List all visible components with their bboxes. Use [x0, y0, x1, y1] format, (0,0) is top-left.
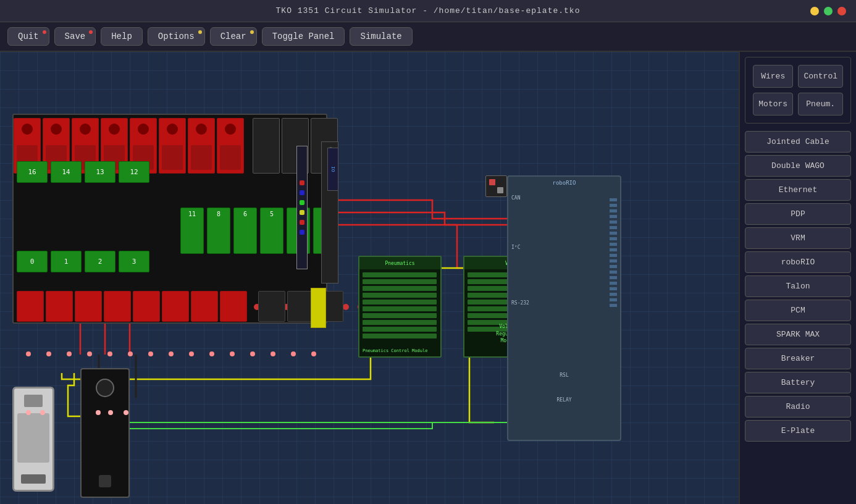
canvas-area[interactable]: 16 14 13 12 0 1 2 3 11 8 6 5	[0, 52, 739, 504]
connector-dot	[46, 351, 51, 356]
control-button[interactable]: Control	[798, 65, 843, 88]
canvas-content: 16 14 13 12 0 1 2 3 11 8 6 5	[0, 52, 739, 504]
controller-strip	[296, 146, 308, 269]
relay-s	[75, 291, 102, 322]
pneum-button[interactable]: Pneum.	[798, 93, 843, 116]
close-button[interactable]	[837, 7, 846, 15]
relay-s	[104, 291, 131, 322]
save-button[interactable]: Save	[54, 27, 96, 46]
main-breaker	[80, 368, 130, 498]
pcm-module: Pneumatics Pneumatics Control Module	[358, 256, 442, 358]
right-panel: Wires Control Motors Pneum. Jointed Cabl…	[739, 52, 856, 504]
connector-dot-2	[124, 410, 128, 415]
middle-ports-row: 11 8 6 5 4 7	[180, 208, 337, 254]
breaker-button[interactable]: Breaker	[745, 348, 851, 369]
roborio-button[interactable]: roboRIO	[745, 251, 851, 273]
connector-dot-2	[40, 410, 45, 415]
relay-s	[17, 291, 44, 322]
quit-button[interactable]: Quit	[7, 27, 49, 46]
relay-s	[133, 291, 160, 322]
top-panel-grid: Wires Control Motors Pneum.	[753, 65, 843, 116]
relay-second-row	[17, 291, 343, 322]
titlebar: TKO 1351 Circuit Simulator - /home/titan…	[0, 0, 856, 22]
wires-button[interactable]: Wires	[753, 65, 793, 88]
relay-module	[217, 118, 244, 174]
encoder-port-3: 3	[119, 251, 149, 272]
window-controls	[810, 7, 846, 15]
simulate-button[interactable]: Simulate	[350, 27, 412, 46]
maximize-button[interactable]	[824, 7, 833, 15]
radio-button[interactable]: Radio	[745, 396, 851, 418]
io-strip: IO	[327, 148, 338, 191]
component-list: Jointed Cable Double WAGO Ethernet PDP V…	[740, 128, 856, 444]
connector-dot	[169, 351, 174, 356]
battery-button[interactable]: Battery	[745, 372, 851, 393]
relay-module	[188, 118, 215, 174]
minimize-button[interactable]	[810, 7, 819, 15]
roborio-module: roboRIO CAN I²C RS-232	[507, 175, 621, 441]
talon-button[interactable]: Talon	[745, 275, 851, 297]
connector-dot	[271, 351, 275, 356]
vrm-button[interactable]: VRM	[745, 227, 851, 249]
connector-dot-2	[26, 410, 31, 415]
connector-dot	[67, 351, 72, 356]
double-wago-button[interactable]: Double WAGO	[745, 155, 851, 177]
help-button[interactable]: Help	[101, 27, 143, 46]
ethernet-button[interactable]: Ethernet	[745, 179, 851, 201]
main-area: 16 14 13 12 0 1 2 3 11 8 6 5	[0, 52, 856, 504]
options-button[interactable]: Options	[148, 27, 205, 46]
relay-s	[191, 291, 218, 322]
connector-dot	[209, 351, 214, 356]
vex-board: 16 14 13 12 0 1 2 3 11 8 6 5	[12, 114, 327, 324]
pcm-button[interactable]: PCM	[745, 300, 851, 321]
relay-s	[220, 291, 247, 322]
encoder-bottom-row: 0 1 2 3	[17, 251, 149, 272]
yellow-connector	[311, 288, 326, 328]
port-6: 6	[233, 208, 257, 254]
connector-dot	[87, 351, 92, 356]
encoder-port-14: 14	[51, 161, 82, 183]
jointed-cable-button[interactable]: Jointed Cable	[745, 131, 851, 153]
encoder-port-0: 0	[17, 251, 48, 272]
encoder-top-row: 16 14 13 12	[17, 161, 149, 183]
connector-dot	[250, 351, 255, 356]
connector-dot	[107, 351, 112, 356]
port-11: 11	[180, 208, 204, 254]
connector-dot	[189, 351, 194, 356]
battery-unit	[12, 387, 54, 492]
encoder-port-13: 13	[85, 161, 115, 183]
connector-dot-2	[108, 410, 113, 415]
relay-s-dark	[258, 291, 285, 322]
titlebar-title: TKO 1351 Circuit Simulator - /home/titan…	[276, 6, 581, 15]
port-8: 8	[207, 208, 230, 254]
connector-dot	[128, 351, 133, 356]
connector-dot	[311, 351, 316, 356]
toolbar: Quit Save Help Options Clear Toggle Pane…	[0, 22, 856, 52]
relay-s	[162, 291, 189, 322]
encoder-port-12: 12	[119, 161, 149, 183]
relay-module	[159, 118, 186, 174]
top-button-panel: Wires Control Motors Pneum.	[745, 57, 851, 124]
encoder-port-16: 16	[17, 161, 48, 183]
relay-module-dark	[253, 118, 280, 174]
connector-dot	[26, 351, 31, 356]
connector-dot-2	[96, 410, 101, 415]
encoder-port-1: 1	[51, 251, 82, 272]
connector-dot	[148, 351, 153, 356]
connector-dot	[291, 351, 296, 356]
connector-block	[485, 175, 507, 197]
e-plate-button[interactable]: E-Plate	[745, 420, 851, 442]
encoder-port-2: 2	[85, 251, 115, 272]
port-5: 5	[260, 208, 283, 254]
spark-max-button[interactable]: SPARK MAX	[745, 324, 851, 345]
connector-dot	[230, 351, 235, 356]
relay-s	[46, 291, 73, 322]
clear-button[interactable]: Clear	[210, 27, 257, 46]
pdp-button[interactable]: PDP	[745, 203, 851, 225]
toggle-panel-button[interactable]: Toggle Panel	[262, 27, 345, 46]
motors-button[interactable]: Motors	[753, 93, 793, 116]
